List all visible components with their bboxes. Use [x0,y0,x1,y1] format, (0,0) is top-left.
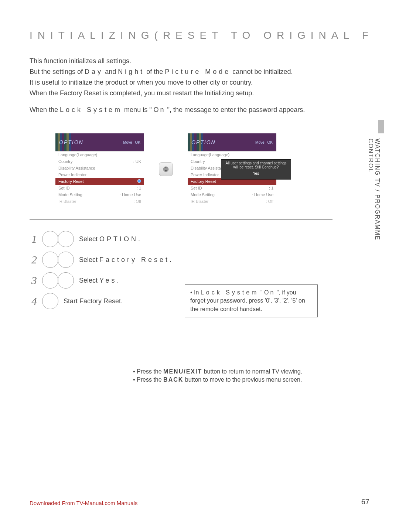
t: BACK [163,376,183,383]
page-title: INITIALIZING(RESET TO ORIGINAL FACTORY S… [30,30,369,41]
confirm-popup: All user settings and channel settings w… [221,159,291,180]
osd-val: : Home Use [120,192,141,197]
t: Select [79,256,99,263]
dpad-icon [163,166,169,173]
t: Yes [99,277,117,284]
osd-move: Move [123,140,132,144]
osd-row: IR Blaster [191,199,208,204]
osd-ok: OK [267,140,273,144]
osd-row: Power Indicator [58,173,86,177]
intro-line: When the Factory Reset is completed, you… [30,88,369,98]
t: When the [30,106,60,113]
t: But the settings of [30,68,85,75]
t: Picture Mode [165,68,231,75]
footer-notes: • Press the MENU/EXIT button to return t… [133,368,369,383]
t: button to move to the previous menu scre… [185,376,302,383]
t: ", the message to enter the password app… [167,106,305,113]
osd-row: Power Indicator [191,173,219,177]
t: Select [79,277,99,284]
osd-screenshot-left: OPTION Move OK Language(Language) Countr… [55,133,144,205]
t: On [264,289,275,296]
osd-val: : Home Use [252,192,273,197]
t: " [260,289,263,296]
bullet-icon [137,179,141,183]
side-tab: WATCHING TV / PROGRAMME CONTROL [366,124,381,272]
osd-row: Language(Language) [191,153,229,157]
t: and [105,68,118,75]
download-footer: Downloaded From TV-Manual.com Manuals [30,500,137,506]
osd-ok: OK [135,140,140,144]
t: Night [118,68,144,75]
t: • Press the [133,376,163,383]
osd-row: Set ID [191,186,202,190]
osd-row-selected: Factory Reset [191,179,216,184]
nav-button-icon [159,162,173,176]
t: • In [190,289,201,296]
remote-button-icon [58,272,74,289]
step-label: Select Yes. [79,277,369,284]
t: • Press the [133,368,163,375]
section-label: WATCHING TV / PROGRAMME CONTROL [367,139,381,272]
remote-button-icon [58,231,74,247]
osd-row: Set ID [58,186,70,190]
osd-row: Disability Assistance [58,166,95,170]
t: of the [146,68,165,75]
t: . [117,277,119,284]
page-number: 67 [361,498,369,506]
intro-line: This function initializes all settings. [30,56,369,66]
t: OPTION [99,235,138,243]
osd-row: Mode Setting [58,192,82,197]
remote-button-icon [42,231,58,247]
intro-block: This function initializes all settings. … [30,56,369,115]
t: MENU/EXIT [163,368,202,375]
remote-button-icon [42,252,58,268]
step-number: 4 [30,295,37,307]
t: cannot be initialized. [232,68,293,75]
t: Day [85,68,103,75]
osd-val: : UK [133,159,141,164]
osd-row: Country [191,159,205,164]
remote-button-icon [58,252,74,268]
osd-title: OPTION [191,139,216,145]
remote-button-icon [42,293,58,309]
osd-row-selected: Factory Reset [58,179,83,184]
t: On [154,106,166,113]
intro-line: But the settings of Day and Night of the… [30,67,369,77]
osd-row: Mode Setting [191,192,215,197]
t: Factory Reset [99,256,170,263]
t: menu is " [124,106,151,113]
osd-row: IR Blaster [58,199,76,204]
step-number: 3 [30,274,37,287]
step-number: 1 [30,233,37,245]
intro-line: When the Lock System menu is " On ", the… [30,105,369,115]
t: Lock System [60,106,122,113]
t: button to return to normal TV viewing. [204,368,303,375]
popup-msg: All user settings and channel settings w… [224,161,289,169]
separator [30,219,332,220]
intro-line: It is useful to initialize the product o… [30,78,369,88]
t: Lock System [201,289,259,296]
step-label: Select OPTION. [79,235,369,243]
remote-button-icon [42,272,58,289]
osd-screenshot-right: OPTION Move OK Language(Language) Countr… [188,133,276,205]
osd-move: Move [255,140,264,144]
t: Select [79,235,99,243]
t: . [138,235,140,243]
osd-val: : Off [133,199,141,204]
osd-val: : Off [266,199,273,204]
osd-row: Country [58,159,73,164]
t: . [170,256,171,263]
popup-yes: Yes [224,171,289,175]
osd-title: OPTION [59,139,83,145]
tip-box: • In Lock System " On ", if you forget y… [185,284,318,317]
osd-row: Language(Language) [58,153,97,157]
osd-val: : 1 [137,186,141,190]
step-label: Select Factory Reset. [79,256,369,264]
tab-notch [378,120,384,133]
osd-val: : 1 [269,186,273,190]
step-number: 2 [30,253,37,266]
